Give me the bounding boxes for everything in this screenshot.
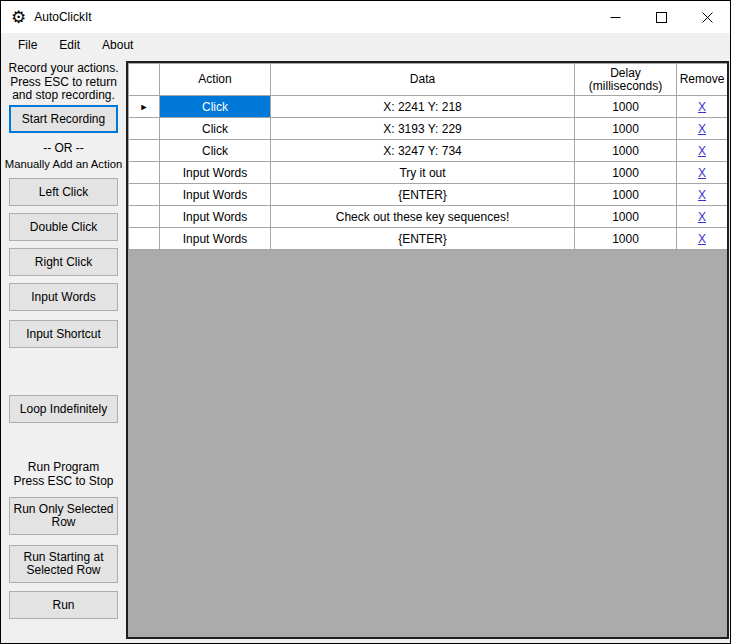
maximize-icon [656,12,667,23]
start-recording-button[interactable]: Start Recording [9,105,118,133]
data-cell[interactable]: X: 2241 Y: 218 [271,96,575,118]
remove-link[interactable]: X [698,232,706,246]
action-cell[interactable]: Input Words [160,162,271,184]
delay-cell[interactable]: 1000 [575,206,677,228]
action-cell[interactable]: Click [160,96,271,118]
remove-cell: X [677,228,728,250]
run-starting-at-selected-row-button[interactable]: Run Starting at Selected Row [9,545,118,583]
remove-link[interactable]: X [698,144,706,158]
remove-cell: X [677,140,728,162]
title-bar: ⚙ AutoClickIt [1,1,730,33]
remove-cell: X [677,96,728,118]
app-window: ⚙ AutoClickIt File Edit About Record you… [0,0,731,644]
row-selector-cell[interactable] [129,206,160,228]
table-row: Input WordsCheck out these key sequences… [129,206,728,228]
delay-cell[interactable]: 1000 [575,140,677,162]
data-cell[interactable]: X: 3247 Y: 734 [271,140,575,162]
remove-link[interactable]: X [698,122,706,136]
remove-column-header[interactable]: Remove [677,64,728,96]
table-row: Input Words{ENTER}1000X [129,184,728,206]
data-cell[interactable]: Try it out [271,162,575,184]
or-label: -- OR -- [1,142,126,156]
actions-grid: Action Data Delay (milliseconds) Remove … [126,61,729,639]
table-row: Input Words{ENTER}1000X [129,228,728,250]
maximize-button[interactable] [638,1,684,33]
window-title: AutoClickIt [34,10,91,24]
table-row: ClickX: 3193 Y: 2291000X [129,118,728,140]
action-cell[interactable]: Click [160,140,271,162]
row-selector-cell[interactable] [129,140,160,162]
delay-column-header[interactable]: Delay (milliseconds) [575,64,677,96]
action-cell[interactable]: Input Words [160,228,271,250]
row-selector-cell[interactable] [129,118,160,140]
row-selector-header [129,64,160,96]
remove-link[interactable]: X [698,188,706,202]
data-cell[interactable]: {ENTER} [271,184,575,206]
loop-indefinitely-button[interactable]: Loop Indefinitely [9,395,118,423]
menu-edit[interactable]: Edit [48,34,91,56]
actions-table: Action Data Delay (milliseconds) Remove … [128,63,728,250]
minimize-icon [610,12,621,23]
data-cell[interactable]: X: 3193 Y: 229 [271,118,575,140]
run-button[interactable]: Run [9,591,118,619]
grid-body: ►ClickX: 2241 Y: 2181000XClickX: 3193 Y:… [129,96,728,250]
input-shortcut-button[interactable]: Input Shortcut [9,320,118,348]
table-row: ►ClickX: 2241 Y: 2181000X [129,96,728,118]
header-row: Action Data Delay (milliseconds) Remove [129,64,728,96]
manual-add-label: Manually Add an Action [1,158,126,172]
remove-link[interactable]: X [698,210,706,224]
window-controls [592,1,730,33]
remove-link[interactable]: X [698,100,706,114]
data-cell[interactable]: {ENTER} [271,228,575,250]
menu-about[interactable]: About [91,34,144,56]
delay-cell[interactable]: 1000 [575,228,677,250]
action-column-header[interactable]: Action [160,64,271,96]
remove-link[interactable]: X [698,166,706,180]
row-selector-cell[interactable] [129,162,160,184]
input-words-button[interactable]: Input Words [9,283,118,311]
delay-cell[interactable]: 1000 [575,96,677,118]
gear-app-icon: ⚙ [11,9,26,26]
record-instructions: Record your actions. Press ESC to return… [1,62,126,103]
menu-file[interactable]: File [7,34,48,56]
close-button[interactable] [684,1,730,33]
row-selector-cell[interactable]: ► [129,96,160,118]
right-click-button[interactable]: Right Click [9,248,118,276]
left-click-button[interactable]: Left Click [9,178,118,206]
action-cell[interactable]: Input Words [160,184,271,206]
row-selector-cell[interactable] [129,228,160,250]
table-row: ClickX: 3247 Y: 7341000X [129,140,728,162]
action-cell[interactable]: Click [160,118,271,140]
data-cell[interactable]: Check out these key sequences! [271,206,575,228]
delay-cell[interactable]: 1000 [575,184,677,206]
table-row: Input WordsTry it out1000X [129,162,728,184]
delay-cell[interactable]: 1000 [575,118,677,140]
action-cell[interactable]: Input Words [160,206,271,228]
row-selector-cell[interactable] [129,184,160,206]
delay-cell[interactable]: 1000 [575,162,677,184]
data-column-header[interactable]: Data [271,64,575,96]
remove-cell: X [677,206,728,228]
close-icon [702,12,713,23]
run-instructions: Run Program Press ESC to Stop [1,461,126,488]
remove-cell: X [677,162,728,184]
remove-cell: X [677,118,728,140]
run-only-selected-row-button[interactable]: Run Only Selected Row [9,497,118,535]
remove-cell: X [677,184,728,206]
minimize-button[interactable] [592,1,638,33]
double-click-button[interactable]: Double Click [9,213,118,241]
sidebar: Record your actions. Press ESC to return… [1,57,126,644]
menu-bar: File Edit About [1,33,730,57]
